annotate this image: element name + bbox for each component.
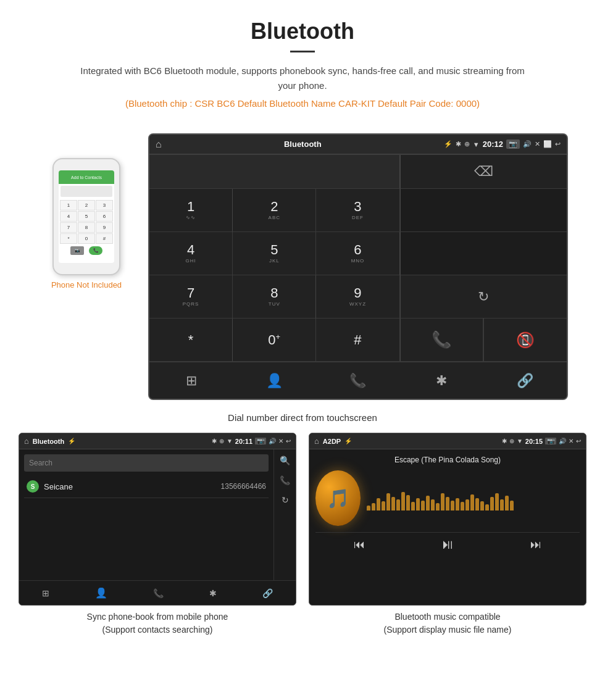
- viz-bar: [391, 497, 395, 510]
- key-8[interactable]: 8 TUV: [233, 275, 316, 319]
- phonebook-statusbar: ⌂ Bluetooth ⚡ ✱ ⊕ ▼ 20:11 📷 🔊 ✕ ↩: [19, 433, 296, 449]
- backspace-button[interactable]: ⌫: [400, 155, 567, 189]
- key-9[interactable]: 9 WXYZ: [316, 275, 399, 319]
- prev-button[interactable]: ⏮: [354, 538, 365, 551]
- contact-entry-seicane: S Seicane 13566664466: [24, 475, 269, 498]
- pb-home-icon[interactable]: ⌂: [24, 436, 29, 446]
- key-star[interactable]: *: [149, 319, 233, 362]
- phonebook-screen: ⌂ Bluetooth ⚡ ✱ ⊕ ▼ 20:11 📷 🔊 ✕ ↩: [19, 433, 296, 606]
- viz-bar: [490, 497, 494, 510]
- music-content: Escape (The Pina Colada Song) 🎵 ⏮ ⏯ ⏭: [309, 449, 586, 606]
- phone-key-7: 7: [60, 222, 77, 233]
- music-close-icon[interactable]: ✕: [569, 438, 574, 444]
- page-title: Bluetooth: [12, 19, 593, 44]
- dial-toolbar: ⊞ 👤 📞 ✱ 🔗: [149, 362, 567, 399]
- music-loc-icon: ⊕: [509, 438, 514, 444]
- tb-contact-icon[interactable]: 👤: [95, 587, 107, 599]
- tb-link-icon[interactable]: 🔗: [262, 588, 273, 598]
- viz-bar: [505, 496, 509, 510]
- key-6[interactable]: 6 MNO: [316, 232, 399, 275]
- display-right-area2: [400, 232, 567, 275]
- phonebook-search[interactable]: Search: [24, 454, 269, 472]
- music-screen: ⌂ A2DP ⚡ ✱ ⊕ ▼ 20:15 📷 🔊 ✕ ↩ Escape (The: [309, 433, 586, 606]
- music-visualizer: [367, 486, 580, 510]
- viz-bar: [485, 504, 489, 510]
- back-icon[interactable]: ↩: [555, 140, 561, 148]
- key-5[interactable]: 5 JKL: [233, 232, 316, 275]
- phone-key-hash: #: [96, 233, 113, 244]
- viz-bar: [421, 501, 425, 510]
- music-bt-status-icon: ✱: [502, 438, 507, 444]
- music-caption: Bluetooth music compatible (Support disp…: [309, 610, 586, 636]
- music-home-icon[interactable]: ⌂: [314, 436, 319, 446]
- next-button[interactable]: ⏭: [530, 538, 541, 551]
- bt-specs-text: (Bluetooth chip : CSR BC6 Default Blueto…: [12, 98, 593, 109]
- music-usb-icon: ⚡: [344, 438, 352, 444]
- viz-bar: [451, 501, 454, 510]
- music-bt-icon: 🎵: [327, 488, 349, 509]
- toolbar-bt-icon[interactable]: ✱: [426, 365, 457, 396]
- key-0[interactable]: 0+: [233, 319, 316, 362]
- call-red-button[interactable]: 📵: [483, 319, 567, 362]
- music-back-icon[interactable]: ↩: [576, 438, 581, 444]
- phone-key-star: *: [60, 233, 77, 244]
- toolbar-link-icon[interactable]: 🔗: [509, 365, 540, 396]
- key-4[interactable]: 4 GHI: [149, 232, 233, 275]
- pb-signal-icon: ▼: [227, 438, 233, 444]
- call-green-button[interactable]: 📞: [400, 319, 483, 362]
- phonebook-toolbar: ⊞ 👤 📞 ✱ 🔗: [19, 580, 296, 605]
- pb-loc-icon: ⊕: [219, 438, 224, 444]
- music-vol-icon: 🔊: [559, 438, 566, 444]
- viz-bar: [426, 496, 430, 510]
- viz-bar: [461, 502, 464, 510]
- phone-screen: Add to Contacts 1 2 3 4 5 6 7 8 9 * 0 #: [59, 170, 114, 263]
- key-2[interactable]: 2 ABC: [233, 189, 316, 232]
- tb-bt-icon[interactable]: ✱: [209, 588, 217, 598]
- pb-close-icon[interactable]: ✕: [278, 438, 283, 444]
- pb-screen-title: Bluetooth: [33, 438, 64, 445]
- pb-back-icon[interactable]: ↩: [286, 438, 291, 444]
- refresh-button[interactable]: ↻: [400, 275, 567, 319]
- window-icon[interactable]: ⬜: [543, 140, 552, 148]
- phonebook-main: Search S Seicane 13566664466: [19, 449, 273, 581]
- viz-bar: [510, 501, 514, 510]
- search-icon[interactable]: 🔍: [280, 456, 290, 465]
- usb-icon: ⚡: [444, 140, 453, 148]
- tb-phone-icon[interactable]: 📞: [153, 588, 164, 598]
- viz-bar: [367, 506, 370, 510]
- close-icon[interactable]: ✕: [535, 140, 540, 148]
- contact-number: 13566664466: [221, 482, 266, 491]
- viz-bar: [396, 499, 400, 510]
- phonebook-right-icons: 🔍 📞 ↻: [273, 449, 296, 581]
- sync-icon[interactable]: ↻: [282, 495, 289, 505]
- search-placeholder: Search: [29, 459, 52, 467]
- dial-caption: Dial number direct from touchscreen: [0, 412, 605, 423]
- viz-bar: [475, 498, 479, 510]
- pb-usb-icon: ⚡: [68, 438, 75, 444]
- phonebook-block: ⌂ Bluetooth ⚡ ✱ ⊕ ▼ 20:11 📷 🔊 ✕ ↩: [19, 433, 296, 636]
- key-7[interactable]: 7 PQRS: [149, 275, 233, 319]
- play-pause-button[interactable]: ⏯: [441, 536, 454, 552]
- toolbar-contact-icon[interactable]: 👤: [259, 365, 290, 396]
- phone-mockup-container: Add to Contacts 1 2 3 4 5 6 7 8 9 * 0 #: [37, 133, 136, 290]
- display-right-area: [400, 189, 567, 232]
- description-text: Integrated with BC6 Bluetooth module, su…: [80, 64, 525, 93]
- key-hash[interactable]: #: [316, 319, 399, 362]
- toolbar-phone-icon[interactable]: 📞: [343, 365, 373, 396]
- phone-key-1: 1: [60, 200, 77, 210]
- call-icon[interactable]: 📞: [280, 475, 290, 485]
- toolbar-dialpad-icon[interactable]: ⊞: [176, 365, 207, 396]
- key-3[interactable]: 3 DEF: [316, 189, 399, 232]
- viz-bar: [431, 499, 435, 510]
- pb-bt-icon: ✱: [212, 438, 217, 444]
- phone-key-2: 2: [78, 200, 95, 210]
- home-icon[interactable]: ⌂: [156, 139, 162, 150]
- key-1[interactable]: 1 ∿∿: [149, 189, 233, 232]
- phone-key-3: 3: [96, 200, 113, 210]
- viz-bar: [406, 495, 410, 510]
- tb-dialpad-icon[interactable]: ⊞: [42, 588, 49, 598]
- viz-bar: [377, 498, 380, 510]
- time-display: 20:12: [483, 140, 503, 149]
- viz-bar: [382, 501, 385, 510]
- viz-bar: [456, 498, 459, 510]
